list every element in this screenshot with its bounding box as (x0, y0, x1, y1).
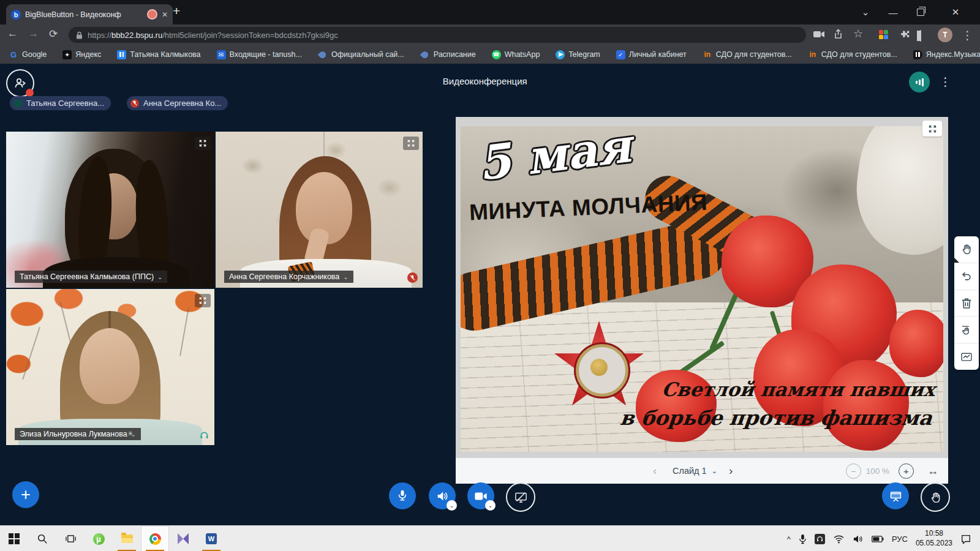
bookmark-whatsapp[interactable]: ☎WhatsApp (492, 50, 540, 59)
webcam-device-chevron[interactable]: ⌄ (485, 500, 496, 511)
webcam-name-label[interactable]: Татьяна Сергеевна Калмыкова (ППС) ⌄ (15, 271, 167, 283)
bookmark-sdo-2[interactable]: inСДО для студентов... (808, 50, 897, 59)
bookmark-sdo-1[interactable]: inСДО для студентов... (703, 50, 792, 59)
forward-button[interactable]: → (28, 28, 39, 40)
tab-search-button[interactable]: ⌄ (853, 0, 878, 24)
bookmark-personal-account[interactable]: ✓Личный кабинет (616, 50, 687, 59)
side-panel-button[interactable] (920, 31, 921, 42)
zoom-out-button[interactable]: − (846, 463, 861, 479)
bookmark-yandex-music[interactable]: Яндекс.Музыка —... (913, 50, 980, 59)
reload-button[interactable]: ⟳ (49, 28, 58, 40)
options-menu-button[interactable]: ⋮ (940, 75, 951, 89)
tray-microphone-icon[interactable] (799, 534, 807, 544)
hand-tool-button[interactable] (954, 236, 979, 263)
task-view-icon (65, 534, 77, 544)
fullscreen-webcam-button[interactable] (195, 137, 211, 150)
pause-badge-icon (117, 50, 126, 59)
start-button[interactable] (0, 526, 28, 551)
raise-hand-icon (929, 491, 942, 504)
taskbar-utorrent[interactable]: µ (85, 526, 113, 551)
presentation-fullscreen-button[interactable] (922, 121, 942, 137)
talker-name: Анна Сергеевна Ко... (143, 99, 221, 108)
tray-volume-icon[interactable] (853, 534, 864, 544)
trash-icon (961, 297, 972, 309)
extensions-puzzle-button[interactable] (900, 29, 910, 40)
restore-presentation-button[interactable] (882, 482, 909, 509)
audio-device-chevron[interactable]: ⌄ (447, 500, 457, 511)
taskbar-search-button[interactable] (28, 526, 56, 551)
tray-battery-icon[interactable] (872, 536, 884, 542)
listen-only-badge (199, 430, 209, 440)
webcam-tile-2[interactable]: Анна Сергеевна Корчажникова ⌄ (216, 132, 423, 288)
screen-share-button[interactable] (506, 482, 535, 512)
signal-bars-icon (916, 81, 918, 84)
profile-avatar[interactable]: T (938, 28, 952, 42)
next-slide-button[interactable]: › (729, 464, 733, 478)
previous-slide-button[interactable]: ‹ (653, 464, 657, 478)
talker-chip[interactable]: Татьяна Сергеевна... (10, 96, 111, 110)
action-center-icon[interactable] (960, 534, 971, 544)
talking-indicator-icon (13, 99, 22, 108)
webcam-name-label[interactable]: Анна Сергеевна Корчажникова ⌄ (224, 271, 353, 283)
slide-image[interactable]: 5 мая МИНУТА МОЛЧАНИЯ Светлой памяти пав… (461, 126, 943, 452)
tab-close-button[interactable]: ✕ (162, 10, 168, 19)
undo-annotation-button[interactable] (954, 263, 979, 290)
taskbar-word[interactable]: W (197, 526, 225, 551)
slide-select-dropdown[interactable]: Слайд 1 ⌄ (673, 466, 717, 476)
window-minimize-button[interactable]: — (881, 0, 905, 24)
bookmark-schedule[interactable]: Расписание (420, 50, 476, 59)
webcam-tile-3[interactable]: Элиза Ильнуровна Лукманова ⌄ ✳ (6, 289, 214, 445)
bookmark-google[interactable]: GGoogle (9, 50, 47, 59)
new-tab-button[interactable]: + (173, 4, 180, 18)
address-bar[interactable]: https://bbb22.bspu.ru/html5client/join?s… (69, 27, 806, 43)
bookmark-official-site[interactable]: Официальный сай... (318, 50, 404, 59)
task-view-button[interactable] (56, 526, 85, 551)
chart-panel-icon (960, 351, 973, 362)
mute-microphone-button[interactable] (389, 482, 416, 509)
tray-overflow-chevron[interactable]: ^ (787, 534, 791, 544)
connection-status-button[interactable] (909, 72, 930, 92)
fit-to-width-button[interactable]: ↔ (927, 465, 938, 478)
tray-wifi-icon[interactable] (833, 534, 845, 544)
folder-icon (121, 534, 133, 543)
browser-menu-button[interactable]: ⋮ (962, 28, 973, 42)
bookmark-star-button[interactable]: ☆ (853, 27, 863, 40)
webcam-name-label[interactable]: Элиза Ильнуровна Лукманова ⌄ (15, 428, 141, 440)
fullscreen-webcam-button[interactable] (403, 137, 419, 150)
search-icon (37, 533, 48, 544)
presentation-board-icon (889, 490, 902, 503)
stop-webcam-button[interactable]: ⌄ (467, 482, 494, 509)
bookmark-yandex[interactable]: ✦Яндекс (62, 50, 101, 59)
webcam-tile-1[interactable]: Татьяна Сергеевна Калмыкова (ППС) ⌄ (6, 132, 214, 288)
leave-audio-button[interactable]: ⌄ (429, 482, 456, 509)
actions-plus-button[interactable]: + (12, 481, 39, 508)
language-indicator[interactable]: РУС (892, 534, 908, 544)
window-close-button[interactable]: ✕ (943, 0, 968, 24)
talker-chip[interactable]: Анна Сергеевна Ко... (127, 96, 228, 110)
chevron-down-icon: ⌄ (157, 274, 162, 280)
toggle-user-list-button[interactable] (6, 69, 34, 97)
back-button[interactable]: ← (7, 28, 18, 40)
tray-audio-app-icon[interactable] (815, 534, 825, 544)
palm-rejection-button[interactable] (954, 343, 979, 370)
share-button[interactable] (833, 29, 843, 39)
user-list-icon (13, 76, 28, 91)
bookmark-telegram[interactable]: Telegram (556, 50, 600, 59)
multi-user-whiteboard-button[interactable] (954, 317, 979, 343)
expand-icon (198, 139, 207, 148)
window-restore-button[interactable] (908, 0, 933, 24)
zoom-in-button[interactable]: + (899, 463, 914, 479)
taskbar-kmplayer[interactable] (169, 526, 197, 551)
taskbar-chrome[interactable] (141, 526, 169, 551)
clear-annotations-button[interactable] (954, 290, 979, 317)
extension-app-icon[interactable] (879, 30, 888, 39)
taskbar-clock[interactable]: 10:58 05.05.2023 (916, 529, 952, 548)
bookmark-inbox[interactable]: ✉Входящие - tanush... (217, 50, 302, 59)
taskbar-file-explorer[interactable] (113, 526, 141, 551)
camera-in-use-indicator[interactable] (813, 30, 824, 39)
pan-hand-icon (960, 324, 973, 336)
raise-hand-button[interactable] (921, 482, 950, 512)
fullscreen-webcam-button[interactable] (195, 294, 211, 307)
bookmark-profile[interactable]: Татьяна Калмыкова (117, 50, 200, 59)
browser-tab[interactable]: b BigBlueButton - Видеоконф ✕ (6, 4, 173, 24)
